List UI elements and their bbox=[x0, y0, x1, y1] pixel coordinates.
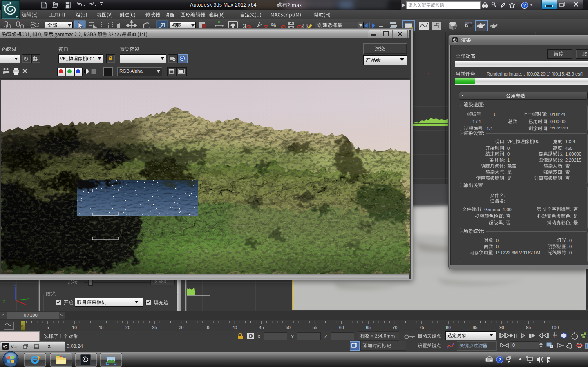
svg-text:z: z bbox=[14, 282, 16, 287]
svg-text:90: 90 bbox=[499, 325, 504, 330]
svg-text:100: 100 bbox=[552, 325, 559, 330]
svg-text:25: 25 bbox=[152, 325, 157, 330]
svg-text:80: 80 bbox=[446, 325, 451, 330]
svg-text:75: 75 bbox=[419, 325, 424, 330]
svg-text:85: 85 bbox=[473, 325, 478, 330]
svg-text:20: 20 bbox=[125, 325, 130, 330]
svg-text:%: % bbox=[271, 22, 276, 29]
svg-text:10: 10 bbox=[72, 325, 77, 330]
svg-text:65: 65 bbox=[366, 325, 371, 330]
svg-text:95: 95 bbox=[526, 325, 531, 330]
svg-text:70: 70 bbox=[393, 325, 398, 330]
svg-text:35: 35 bbox=[206, 325, 210, 330]
svg-text:5: 5 bbox=[47, 325, 49, 330]
svg-text:?: ? bbox=[523, 3, 526, 8]
svg-text:45: 45 bbox=[259, 325, 264, 330]
svg-text:15: 15 bbox=[99, 325, 104, 330]
svg-text:?: ? bbox=[499, 357, 501, 362]
svg-text:55: 55 bbox=[313, 325, 317, 330]
svg-text:y: y bbox=[3, 299, 5, 303]
svg-text:60: 60 bbox=[339, 325, 344, 330]
svg-text:50: 50 bbox=[286, 325, 291, 330]
svg-text:30: 30 bbox=[179, 325, 184, 330]
svg-text:40: 40 bbox=[232, 325, 237, 330]
